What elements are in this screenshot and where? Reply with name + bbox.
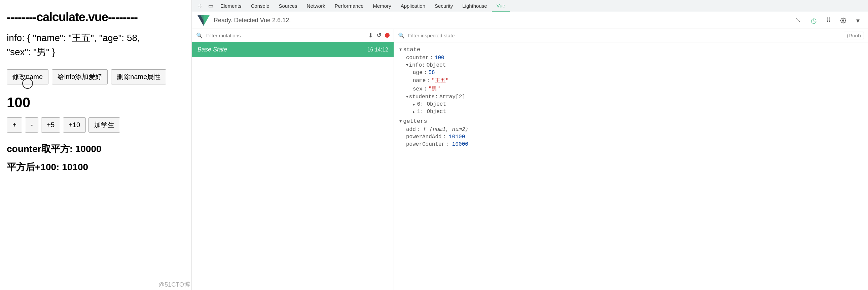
base-state-label: Base State	[197, 46, 227, 53]
powerCounter-val: 10000	[452, 141, 468, 147]
powerCounter-item: powerCounter : 10000	[406, 141, 863, 147]
getters-section-header: ▼ getters	[399, 118, 863, 125]
mutations-search-icon: 🔍	[196, 32, 203, 39]
grid-icon[interactable]: ⠿	[824, 16, 833, 25]
settings-icon[interactable]	[838, 16, 848, 25]
info-key: info	[409, 62, 422, 68]
getters-key-label: getters	[403, 118, 427, 125]
info-arrow: ▼	[406, 63, 408, 67]
plus5-button[interactable]: +5	[41, 118, 60, 133]
students-type: Array[2]	[439, 94, 465, 100]
mutations-toolbar: 🔍 ⬇ ↺	[192, 29, 394, 42]
base-state-row[interactable]: Base State 16:14:12	[192, 42, 394, 57]
root-badge: (Root)	[844, 32, 864, 39]
state-toolbar: 🔍 (Root)	[394, 29, 868, 42]
tab-application[interactable]: Application	[396, 0, 430, 12]
counter-display: 100	[7, 95, 185, 111]
add-key: add	[406, 127, 416, 133]
history-icon[interactable]: ◷	[809, 16, 818, 25]
devtools-panel: ⊹ ▭ Elements Console Sources Network Per…	[192, 0, 868, 290]
tab-performance[interactable]: Performance	[330, 0, 368, 12]
state-panel: 🔍 (Root) ▼ state counter : 100	[394, 29, 868, 290]
tab-elements[interactable]: Elements	[216, 0, 246, 12]
add-love-button[interactable]: 给info添加爱好	[52, 69, 108, 85]
student1-item: ▶ 1: Object	[413, 109, 863, 115]
add-student-button[interactable]: 加学生	[89, 118, 120, 133]
add-val: f (num1, num2)	[423, 127, 468, 133]
info-item: ▼ info : Object	[406, 62, 863, 68]
vue-devtools: Ready. Detected Vue 2.6.12. ⛌ ◷ ⠿ ▾	[192, 12, 868, 290]
file-title: --------calculate.vue--------	[7, 10, 185, 24]
tab-console[interactable]: Console	[246, 0, 274, 12]
base-state-time: 16:14:12	[367, 47, 388, 53]
tab-security[interactable]: Security	[430, 0, 458, 12]
students-item: ▼ students : Array[2]	[406, 94, 863, 100]
getters-arrow: ▼	[399, 119, 402, 124]
powerCounter-key: powerCounter	[406, 141, 445, 147]
state-search-input[interactable]	[408, 33, 840, 38]
student1-val: 1: Object	[417, 109, 446, 115]
info-line1: info: { "name": "王五", "age": 58,	[7, 33, 140, 43]
tab-lighthouse[interactable]: Lighthouse	[458, 0, 492, 12]
tab-network[interactable]: Network	[302, 0, 330, 12]
counter-val: 100	[435, 55, 444, 61]
tab-vue[interactable]: Vue	[492, 0, 510, 12]
square-text: counter取平方: 10000	[7, 143, 185, 155]
vue-main: 🔍 ⬇ ↺ Base State 16:14:12 🔍 (	[192, 29, 868, 290]
watermark: @51CTO博	[158, 281, 190, 289]
state-key-label: state	[403, 46, 420, 53]
students-key: students	[409, 94, 435, 100]
sex-item: sex : "男"	[413, 86, 863, 93]
student0-val: 0: Object	[417, 101, 446, 107]
plus-button[interactable]: +	[7, 118, 22, 133]
name-item: name : "王五"	[413, 77, 863, 84]
component-tree-icon[interactable]: ⛌	[794, 16, 803, 25]
plus10-button[interactable]: +10	[63, 118, 86, 133]
action-buttons: 修改name 给info添加爱好 删除name属性	[7, 69, 185, 85]
vue-header: Ready. Detected Vue 2.6.12. ⛌ ◷ ⠿ ▾	[192, 12, 868, 29]
delete-name-button[interactable]: 删除name属性	[111, 69, 166, 85]
counter-buttons: + - +5 +10 加学生	[7, 118, 185, 133]
tab-sources[interactable]: Sources	[274, 0, 302, 12]
devtools-tab-bar: ⊹ ▭ Elements Console Sources Network Per…	[192, 0, 868, 12]
mutations-search-input[interactable]	[206, 33, 365, 38]
student1-arrow: ▶	[413, 110, 415, 114]
record-button[interactable]	[385, 33, 390, 38]
tab-icons: ⊹ ▭	[195, 1, 216, 11]
powerAndAdd-key: powerAndAdd	[406, 134, 442, 140]
info-text: info: { "name": "王五", "age": 58, "sex": …	[7, 31, 185, 59]
state-arrow: ▼	[399, 47, 402, 52]
age-val: 58	[428, 70, 435, 76]
age-item: age : 58	[413, 70, 863, 76]
name-val: "王五"	[432, 77, 449, 84]
modify-name-button[interactable]: 修改name	[7, 69, 49, 85]
student0-item: ▶ 0: Object	[413, 101, 863, 107]
sex-val: "男"	[428, 86, 440, 93]
sex-key: sex	[413, 86, 423, 92]
student0-arrow: ▶	[413, 102, 415, 107]
state-section-header: ▼ state	[399, 46, 863, 53]
state-tree: ▼ state counter : 100 ▼ info : Object	[394, 42, 868, 290]
info-line2: "sex": "男" }	[7, 47, 55, 57]
dropdown-icon[interactable]: ▾	[853, 16, 863, 25]
powerAndAdd-item: powerAndAdd : 10100	[406, 134, 863, 140]
cursor-icon[interactable]: ⊹	[195, 1, 205, 11]
minus-button[interactable]: -	[25, 118, 39, 133]
tab-memory[interactable]: Memory	[368, 0, 396, 12]
add-item: add : f (num1, num2)	[406, 127, 863, 133]
back-icon[interactable]: ↺	[376, 32, 381, 39]
info-type: Object	[427, 62, 446, 68]
state-search-icon: 🔍	[398, 32, 405, 39]
vue-status: Ready. Detected Vue 2.6.12.	[214, 17, 794, 24]
device-icon[interactable]: ▭	[206, 1, 216, 11]
download-icon[interactable]: ⬇	[368, 32, 373, 39]
name-key: name	[413, 78, 426, 84]
mutations-panel: 🔍 ⬇ ↺ Base State 16:14:12	[192, 29, 394, 290]
students-arrow: ▼	[406, 95, 408, 99]
square-plus-text: 平方后+100: 10100	[7, 161, 185, 173]
age-key: age	[413, 70, 423, 76]
svg-point-4	[842, 20, 844, 22]
vue-logo	[197, 14, 210, 27]
counter-key: counter	[406, 55, 429, 61]
counter-item: counter : 100	[406, 55, 863, 61]
